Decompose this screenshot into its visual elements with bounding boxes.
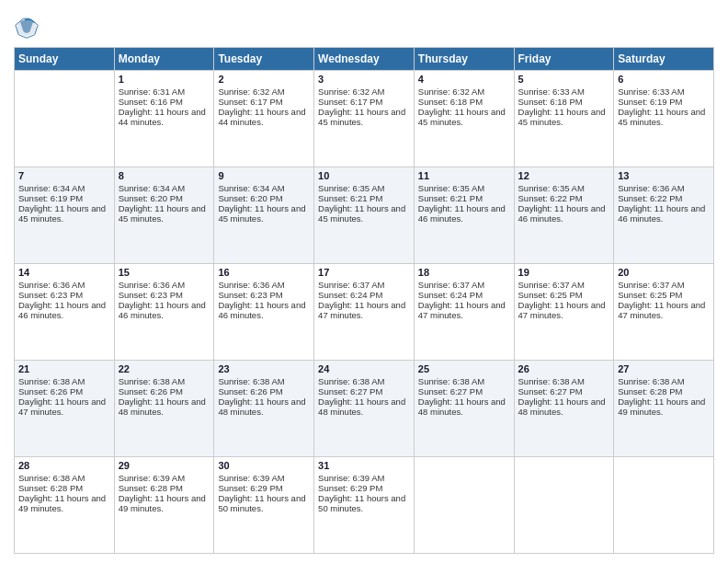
calendar-week-row: 14Sunrise: 6:36 AMSunset: 6:23 PMDayligh…: [15, 264, 714, 361]
sunrise-text: Sunrise: 6:39 AM: [218, 473, 310, 483]
calendar-cell: 16Sunrise: 6:36 AMSunset: 6:23 PMDayligh…: [214, 264, 314, 361]
header: [14, 9, 714, 40]
daylight-text: Daylight: 11 hours and 47 minutes.: [518, 300, 610, 320]
sunset-text: Sunset: 6:27 PM: [418, 386, 510, 396]
calendar-cell: 10Sunrise: 6:35 AMSunset: 6:21 PMDayligh…: [314, 167, 415, 264]
sunrise-text: Sunrise: 6:32 AM: [318, 86, 410, 97]
sunset-text: Sunset: 6:27 PM: [318, 386, 410, 396]
calendar-cell: [514, 457, 614, 554]
sunrise-text: Sunrise: 6:35 AM: [418, 183, 510, 193]
calendar-cell: 6Sunrise: 6:33 AMSunset: 6:19 PMDaylight…: [614, 71, 714, 167]
daylight-text: Daylight: 11 hours and 46 minutes.: [218, 300, 310, 320]
day-number: 27: [618, 363, 710, 374]
weekday-header: Wednesday: [314, 48, 415, 71]
weekday-header: Monday: [114, 48, 214, 71]
sunset-text: Sunset: 6:24 PM: [418, 290, 510, 300]
calendar-cell: 24Sunrise: 6:38 AMSunset: 6:27 PMDayligh…: [314, 361, 415, 457]
day-number: 21: [18, 363, 110, 374]
calendar-week-row: 28Sunrise: 6:38 AMSunset: 6:28 PMDayligh…: [15, 457, 714, 554]
day-number: 12: [518, 170, 610, 181]
day-number: 17: [318, 267, 410, 278]
day-number: 10: [318, 170, 410, 181]
sunrise-text: Sunrise: 6:32 AM: [218, 86, 310, 97]
calendar-cell: 15Sunrise: 6:36 AMSunset: 6:23 PMDayligh…: [114, 264, 214, 361]
sunset-text: Sunset: 6:23 PM: [119, 290, 210, 300]
daylight-text: Daylight: 11 hours and 45 minutes.: [119, 203, 210, 224]
daylight-text: Daylight: 11 hours and 45 minutes.: [418, 107, 510, 127]
day-number: 18: [418, 267, 510, 278]
sunrise-text: Sunrise: 6:33 AM: [618, 86, 710, 97]
calendar-cell: 5Sunrise: 6:33 AMSunset: 6:18 PMDaylight…: [514, 71, 614, 167]
daylight-text: Daylight: 11 hours and 48 minutes.: [518, 396, 610, 417]
day-number: 4: [418, 74, 510, 85]
page: SundayMondayTuesdayWednesdayThursdayFrid…: [0, 0, 728, 563]
calendar-cell: 12Sunrise: 6:35 AMSunset: 6:22 PMDayligh…: [514, 167, 614, 264]
day-number: 3: [318, 74, 410, 85]
calendar-table: SundayMondayTuesdayWednesdayThursdayFrid…: [14, 47, 714, 554]
day-number: 15: [119, 267, 210, 278]
sunset-text: Sunset: 6:23 PM: [218, 290, 310, 300]
sunset-text: Sunset: 6:17 PM: [318, 97, 410, 107]
calendar-cell: 29Sunrise: 6:39 AMSunset: 6:28 PMDayligh…: [114, 457, 214, 554]
sunrise-text: Sunrise: 6:36 AM: [618, 183, 710, 193]
sunrise-text: Sunrise: 6:38 AM: [18, 376, 110, 386]
day-number: 2: [218, 74, 310, 85]
day-number: 23: [218, 363, 310, 374]
calendar-cell: 30Sunrise: 6:39 AMSunset: 6:29 PMDayligh…: [214, 457, 314, 554]
sunset-text: Sunset: 6:18 PM: [418, 97, 510, 107]
sunrise-text: Sunrise: 6:34 AM: [218, 183, 310, 193]
calendar-cell: 31Sunrise: 6:39 AMSunset: 6:29 PMDayligh…: [314, 457, 415, 554]
day-number: 22: [119, 363, 210, 374]
calendar-cell: 27Sunrise: 6:38 AMSunset: 6:28 PMDayligh…: [614, 361, 714, 457]
daylight-text: Daylight: 11 hours and 49 minutes.: [18, 493, 110, 513]
weekday-header: Saturday: [614, 48, 714, 71]
calendar-cell: 9Sunrise: 6:34 AMSunset: 6:20 PMDaylight…: [214, 167, 314, 264]
sunrise-text: Sunrise: 6:33 AM: [518, 86, 610, 97]
daylight-text: Daylight: 11 hours and 45 minutes.: [18, 203, 110, 224]
daylight-text: Daylight: 11 hours and 49 minutes.: [119, 493, 210, 513]
weekday-header-row: SundayMondayTuesdayWednesdayThursdayFrid…: [15, 48, 714, 71]
day-number: 24: [318, 363, 410, 374]
calendar-cell: 20Sunrise: 6:37 AMSunset: 6:25 PMDayligh…: [614, 264, 714, 361]
daylight-text: Daylight: 11 hours and 46 minutes.: [418, 203, 510, 224]
sunrise-text: Sunrise: 6:36 AM: [218, 280, 310, 290]
day-number: 26: [518, 363, 610, 374]
sunset-text: Sunset: 6:19 PM: [18, 193, 110, 203]
sunset-text: Sunset: 6:22 PM: [618, 193, 710, 203]
sunrise-text: Sunrise: 6:34 AM: [119, 183, 210, 193]
calendar-cell: [15, 71, 115, 167]
sunrise-text: Sunrise: 6:39 AM: [119, 473, 210, 483]
day-number: 1: [119, 74, 210, 85]
daylight-text: Daylight: 11 hours and 47 minutes.: [318, 300, 410, 320]
sunset-text: Sunset: 6:26 PM: [218, 386, 310, 396]
day-number: 8: [119, 170, 210, 181]
calendar-cell: 13Sunrise: 6:36 AMSunset: 6:22 PMDayligh…: [614, 167, 714, 264]
calendar-cell: 21Sunrise: 6:38 AMSunset: 6:26 PMDayligh…: [15, 361, 115, 457]
sunrise-text: Sunrise: 6:34 AM: [18, 183, 110, 193]
daylight-text: Daylight: 11 hours and 46 minutes.: [618, 203, 710, 224]
day-number: 29: [119, 460, 210, 471]
daylight-text: Daylight: 11 hours and 45 minutes.: [318, 203, 410, 224]
calendar-cell: [414, 457, 514, 554]
calendar-cell: 4Sunrise: 6:32 AMSunset: 6:18 PMDaylight…: [414, 71, 514, 167]
sunrise-text: Sunrise: 6:31 AM: [119, 86, 210, 97]
daylight-text: Daylight: 11 hours and 45 minutes.: [218, 203, 310, 224]
sunset-text: Sunset: 6:25 PM: [518, 290, 610, 300]
daylight-text: Daylight: 11 hours and 45 minutes.: [618, 107, 710, 127]
sunrise-text: Sunrise: 6:35 AM: [318, 183, 410, 193]
sunrise-text: Sunrise: 6:36 AM: [18, 280, 110, 290]
daylight-text: Daylight: 11 hours and 47 minutes.: [18, 396, 110, 417]
calendar-cell: 2Sunrise: 6:32 AMSunset: 6:17 PMDaylight…: [214, 71, 314, 167]
daylight-text: Daylight: 11 hours and 48 minutes.: [418, 396, 510, 417]
daylight-text: Daylight: 11 hours and 45 minutes.: [518, 107, 610, 127]
day-number: 6: [618, 74, 710, 85]
sunrise-text: Sunrise: 6:37 AM: [618, 280, 710, 290]
daylight-text: Daylight: 11 hours and 45 minutes.: [318, 107, 410, 127]
sunrise-text: Sunrise: 6:38 AM: [119, 376, 210, 386]
sunset-text: Sunset: 6:21 PM: [318, 193, 410, 203]
daylight-text: Daylight: 11 hours and 50 minutes.: [318, 493, 410, 513]
calendar-cell: [614, 457, 714, 554]
calendar-cell: 17Sunrise: 6:37 AMSunset: 6:24 PMDayligh…: [314, 264, 415, 361]
calendar-cell: 7Sunrise: 6:34 AMSunset: 6:19 PMDaylight…: [15, 167, 115, 264]
sunrise-text: Sunrise: 6:38 AM: [318, 376, 410, 386]
